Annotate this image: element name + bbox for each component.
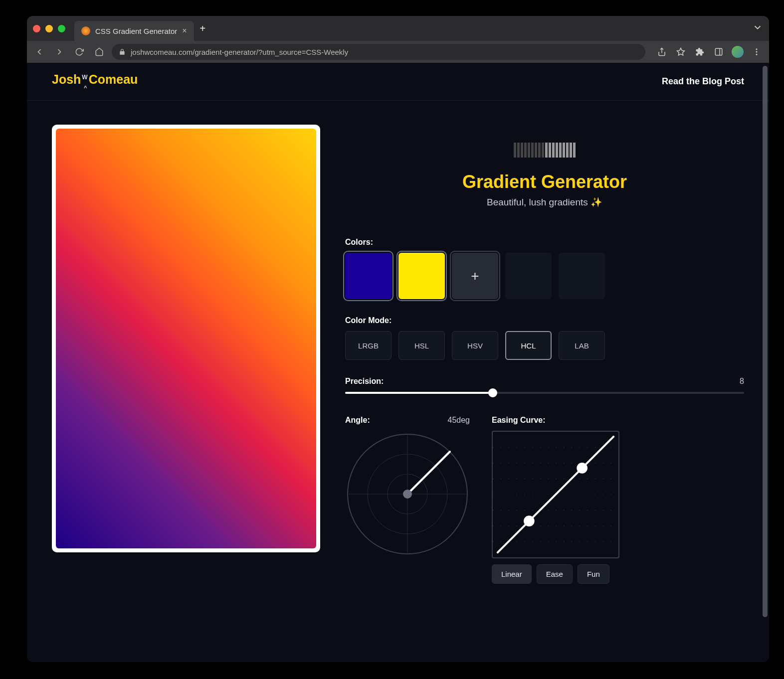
color-swatch-2[interactable]	[398, 253, 445, 299]
angle-dial[interactable]	[345, 432, 470, 556]
precision-value: 8	[740, 377, 744, 386]
easing-curve-editor[interactable]	[492, 431, 619, 558]
svg-line-12	[407, 452, 450, 494]
easing-label: Easing Curve:	[492, 416, 744, 425]
share-icon[interactable]	[654, 44, 669, 59]
site-logo[interactable]: JoshWComeau ^	[52, 72, 138, 91]
logo-first: Josh	[52, 72, 81, 86]
browser-tabstrip: CSS Gradient Generator × +	[27, 16, 769, 41]
decorative-barcode	[345, 143, 744, 158]
tab-title: CSS Gradient Generator	[95, 27, 177, 35]
url-text: joshwcomeau.com/gradient-generator/?utm_…	[131, 48, 348, 56]
precision-slider[interactable]	[345, 392, 744, 394]
slider-fill	[345, 392, 493, 394]
bookmark-icon[interactable]	[673, 44, 688, 59]
profile-avatar[interactable]	[730, 44, 745, 59]
mode-hcl[interactable]: HCL	[505, 331, 552, 360]
color-swatch-1[interactable]	[345, 253, 392, 299]
site-header: JoshWComeau ^ Read the Blog Post	[27, 63, 769, 101]
mode-lab[interactable]: LAB	[559, 331, 605, 360]
window-controls	[33, 25, 65, 32]
angle-label: Angle: 45deg	[345, 416, 470, 425]
color-slot-empty	[559, 253, 605, 299]
page-subtitle: Beautiful, lush gradients ✨	[345, 196, 744, 208]
mode-lrgb[interactable]: LRGB	[345, 331, 392, 360]
maximize-button[interactable]	[58, 25, 65, 32]
angle-label-text: Angle:	[345, 416, 370, 425]
svg-point-5	[756, 51, 758, 53]
gradient-preview	[56, 129, 316, 548]
svg-point-23	[577, 463, 588, 474]
close-button[interactable]	[33, 25, 40, 32]
mode-hsv[interactable]: HSV	[452, 331, 498, 360]
blog-post-link[interactable]: Read the Blog Post	[662, 76, 744, 87]
lock-icon	[119, 48, 126, 55]
svg-point-13	[403, 490, 412, 499]
menu-icon[interactable]	[749, 44, 764, 59]
page-title: Gradient Generator	[345, 171, 744, 192]
favicon-icon	[81, 26, 90, 35]
colors-label: Colors:	[345, 238, 744, 247]
forward-button[interactable]	[52, 44, 67, 59]
easing-preset-group: Linear Ease Fun	[492, 564, 744, 584]
logo-second: Comeau	[89, 72, 138, 86]
precision-label-text: Precision:	[345, 377, 384, 386]
minimize-button[interactable]	[45, 25, 53, 32]
svg-line-21	[498, 437, 613, 552]
svg-point-6	[756, 54, 758, 55]
svg-rect-2	[715, 48, 722, 55]
easing-linear[interactable]: Linear	[492, 564, 532, 584]
reload-button[interactable]	[72, 44, 87, 59]
precision-label: Precision: 8	[345, 377, 744, 386]
angle-value: 45deg	[448, 416, 470, 425]
extensions-icon[interactable]	[692, 44, 707, 59]
gradient-preview-frame	[52, 125, 320, 552]
easing-ease[interactable]: Ease	[537, 564, 573, 584]
scrollbar[interactable]	[763, 66, 768, 617]
browser-tab[interactable]: CSS Gradient Generator ×	[74, 21, 194, 41]
chevron-down-icon[interactable]	[752, 22, 763, 35]
browser-window: CSS Gradient Generator × + joshwcomeau.c…	[27, 16, 769, 662]
color-slot-empty	[505, 253, 552, 299]
close-tab-icon[interactable]: ×	[182, 26, 187, 35]
add-color-button[interactable]: +	[452, 253, 498, 299]
color-mode-label: Color Mode:	[345, 316, 744, 325]
mode-hsl[interactable]: HSL	[398, 331, 445, 360]
browser-toolbar: joshwcomeau.com/gradient-generator/?utm_…	[27, 41, 769, 63]
svg-point-4	[756, 48, 758, 50]
new-tab-button[interactable]: +	[200, 23, 206, 34]
controls-panel: Gradient Generator Beautiful, lush gradi…	[345, 125, 744, 584]
slider-thumb[interactable]	[488, 388, 497, 397]
svg-marker-1	[677, 48, 685, 55]
color-mode-group: LRGB HSL HSV HCL LAB	[345, 331, 744, 360]
svg-point-22	[524, 515, 535, 526]
address-bar[interactable]: joshwcomeau.com/gradient-generator/?utm_…	[112, 44, 645, 60]
easing-fun[interactable]: Fun	[578, 564, 609, 584]
back-button[interactable]	[32, 44, 47, 59]
color-swatches: +	[345, 253, 744, 299]
page-body: JoshWComeau ^ Read the Blog Post Gradien…	[27, 63, 769, 662]
panel-icon[interactable]	[711, 44, 726, 59]
home-button[interactable]	[92, 44, 107, 59]
